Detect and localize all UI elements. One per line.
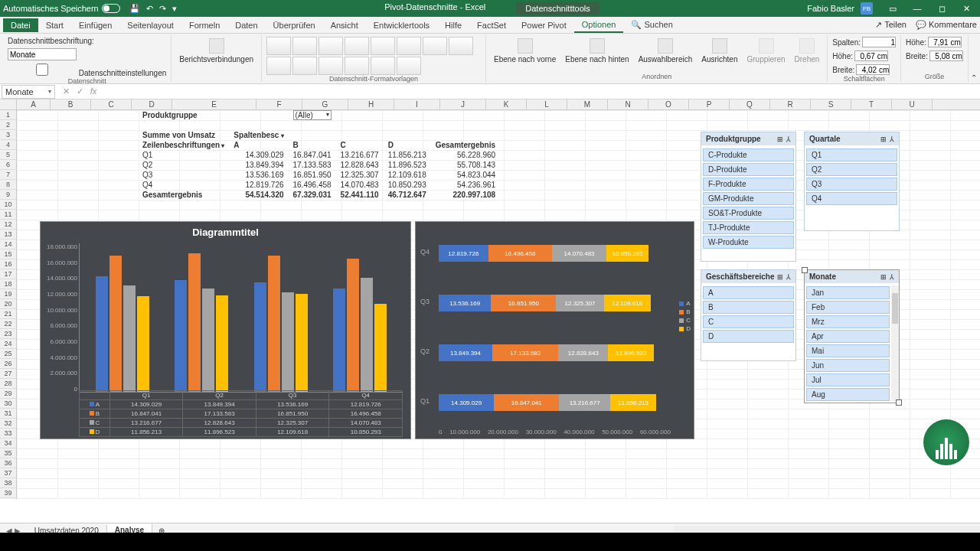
clear-filter-icon[interactable]: ⅄ bbox=[786, 273, 791, 281]
slicer-item[interactable]: F-Produkte bbox=[703, 178, 794, 191]
stacked-bar-chart[interactable]: Q412.819.72616.496.45814.070.48310.850.2… bbox=[415, 221, 694, 439]
tab-file[interactable]: Datei bbox=[3, 18, 38, 32]
row-header[interactable]: 3 bbox=[0, 130, 16, 140]
zoom-in-button[interactable]: + bbox=[945, 541, 949, 549]
comments-button[interactable]: 💬 Kommentare bbox=[916, 20, 977, 30]
row-header[interactable]: 1 bbox=[0, 110, 16, 120]
row-header[interactable]: 19 bbox=[0, 289, 16, 299]
row-header[interactable]: 30 bbox=[0, 399, 16, 409]
col-header[interactable]: H bbox=[348, 99, 394, 109]
pagebreak-view-button[interactable] bbox=[851, 540, 865, 550]
col-header[interactable]: O bbox=[648, 99, 689, 109]
style-swatch[interactable] bbox=[318, 37, 343, 55]
sheet-tab[interactable]: Umsatzdaten 2020 bbox=[27, 525, 107, 536]
style-swatch[interactable] bbox=[345, 37, 369, 55]
align-button[interactable]: Ausrichten bbox=[698, 37, 740, 65]
slicer-scrollbar[interactable] bbox=[891, 285, 899, 401]
style-swatch[interactable] bbox=[292, 37, 317, 55]
name-box[interactable]: Monate▾ bbox=[2, 85, 55, 99]
row-header[interactable]: 34 bbox=[0, 439, 16, 448]
row-header[interactable]: 26 bbox=[0, 359, 16, 369]
slicer-item[interactable]: A bbox=[703, 286, 794, 299]
row-header[interactable]: 6 bbox=[0, 160, 16, 170]
slicer-item[interactable]: Q2 bbox=[806, 163, 897, 176]
row-header[interactable]: 31 bbox=[0, 409, 16, 419]
clear-filter-icon[interactable]: ⅄ bbox=[890, 135, 894, 143]
clustered-bar-chart[interactable]: Diagrammtitel 18.000.00016.000.00014.000… bbox=[40, 221, 411, 439]
undo-icon[interactable]: ↶ bbox=[146, 4, 153, 14]
slicer-item[interactable]: Apr bbox=[806, 330, 890, 343]
slicer-quartale[interactable]: Quartale⊞⅄ Q1Q2Q3Q4 bbox=[804, 132, 900, 231]
row-header[interactable]: 28 bbox=[0, 379, 16, 389]
row-header[interactable]: 29 bbox=[0, 389, 16, 399]
selection-pane-button[interactable]: Auswahlbereich bbox=[635, 37, 696, 65]
row-header[interactable]: 22 bbox=[0, 319, 16, 329]
normal-view-button[interactable] bbox=[815, 540, 828, 550]
style-swatch[interactable] bbox=[318, 57, 343, 75]
slicer-item[interactable]: Q3 bbox=[806, 178, 897, 191]
horizontal-scrollbar[interactable] bbox=[674, 526, 980, 536]
report-connections-button[interactable]: Berichtsverbindungen bbox=[176, 37, 256, 65]
tab-powerpivot[interactable]: Power Pivot bbox=[514, 18, 574, 32]
width-input[interactable] bbox=[929, 51, 963, 61]
row-header[interactable]: 38 bbox=[0, 478, 16, 488]
formula-input[interactable] bbox=[103, 87, 980, 96]
tab-review[interactable]: Überprüfen bbox=[266, 18, 323, 32]
clear-filter-icon[interactable]: ⅄ bbox=[890, 273, 894, 281]
style-swatch[interactable] bbox=[397, 57, 421, 75]
sheet-tab-active[interactable]: Analyse bbox=[107, 524, 152, 537]
user-name[interactable]: Fabio Basler bbox=[807, 4, 854, 13]
row-header[interactable]: 33 bbox=[0, 429, 16, 439]
tab-search[interactable]: 🔍 Suchen bbox=[623, 18, 680, 32]
row-header[interactable]: 2 bbox=[0, 120, 16, 130]
minimize-icon[interactable]: — bbox=[906, 4, 928, 14]
multiselect-icon[interactable]: ⊞ bbox=[777, 273, 783, 281]
cancel-formula-icon[interactable]: ✕ bbox=[60, 86, 72, 96]
col-header[interactable]: E bbox=[172, 99, 256, 109]
col-header[interactable]: I bbox=[394, 99, 440, 109]
col-header[interactable]: N bbox=[608, 99, 648, 109]
zoom-out-button[interactable]: − bbox=[870, 541, 874, 549]
group-button[interactable]: Gruppieren bbox=[743, 37, 788, 65]
col-header[interactable]: S bbox=[811, 99, 851, 109]
row-header[interactable]: 15 bbox=[0, 249, 16, 259]
row-header[interactable]: 21 bbox=[0, 309, 16, 319]
slicer-item[interactable]: Feb bbox=[806, 301, 890, 314]
row-header[interactable]: 10 bbox=[0, 200, 16, 210]
ribbon-display-icon[interactable]: ▭ bbox=[882, 4, 903, 14]
col-header[interactable]: R bbox=[770, 99, 811, 109]
row-header[interactable]: 27 bbox=[0, 369, 16, 379]
row-header[interactable]: 36 bbox=[0, 458, 16, 468]
cells[interactable]: Produktgruppe(Alle) Summe von UmsatzSpal… bbox=[17, 110, 980, 499]
row-header[interactable]: 13 bbox=[0, 230, 16, 240]
tab-data[interactable]: Daten bbox=[227, 18, 265, 32]
fx-icon[interactable]: fx bbox=[87, 86, 100, 96]
slicer-geschaeftsbereiche[interactable]: Geschäftsbereiche⊞⅄ ABCD bbox=[701, 269, 796, 361]
tab-factset[interactable]: FactSet bbox=[469, 18, 514, 32]
slicer-item[interactable]: B bbox=[703, 301, 794, 314]
button-height-input[interactable] bbox=[854, 51, 888, 61]
tab-developer[interactable]: Entwicklertools bbox=[366, 18, 437, 32]
col-header[interactable]: M bbox=[567, 99, 608, 109]
button-width-input[interactable] bbox=[856, 64, 890, 75]
height-input[interactable] bbox=[928, 37, 962, 47]
slicer-item[interactable]: Q4 bbox=[806, 192, 897, 205]
collapse-ribbon-icon[interactable]: ⌃ bbox=[971, 73, 977, 82]
avatar[interactable]: FB bbox=[861, 2, 873, 15]
style-swatch[interactable] bbox=[266, 57, 291, 75]
col-header[interactable]: G bbox=[302, 99, 348, 109]
row-header[interactable]: 35 bbox=[0, 448, 16, 458]
select-all-corner[interactable] bbox=[0, 99, 17, 109]
col-header[interactable]: L bbox=[527, 99, 567, 109]
slicer-item[interactable]: TJ-Produkte bbox=[703, 221, 794, 234]
slicer-item[interactable]: D bbox=[703, 330, 794, 343]
slicer-monate[interactable]: Monate⊞⅄ JanFebMrzAprMaiJunJulAug bbox=[804, 269, 900, 403]
slicer-produktgruppe[interactable]: Produktgruppe⊞⅄ C-ProdukteD-ProdukteF-Pr… bbox=[701, 132, 796, 262]
zoom-slider[interactable] bbox=[879, 543, 940, 546]
col-header[interactable]: Q bbox=[730, 99, 770, 109]
row-header[interactable]: 20 bbox=[0, 299, 16, 309]
tab-options[interactable]: Optionen bbox=[574, 18, 624, 33]
col-header[interactable]: A bbox=[17, 99, 51, 109]
col-header[interactable]: K bbox=[486, 99, 527, 109]
row-header[interactable]: 16 bbox=[0, 259, 16, 269]
